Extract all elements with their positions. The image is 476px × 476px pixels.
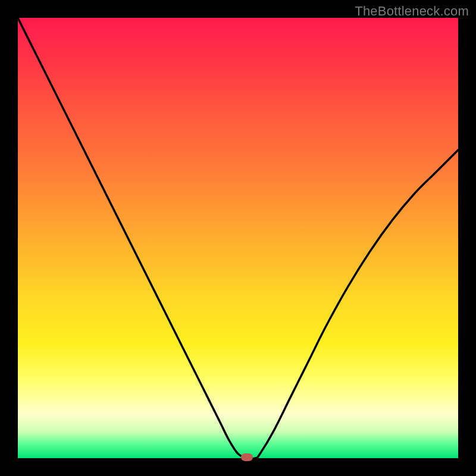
optimal-point-marker [241, 453, 253, 461]
bottleneck-curve [18, 18, 458, 458]
watermark-text: TheBottleneck.com [355, 4, 469, 19]
plot-area [18, 18, 458, 458]
chart-frame: TheBottleneck.com [0, 0, 476, 476]
